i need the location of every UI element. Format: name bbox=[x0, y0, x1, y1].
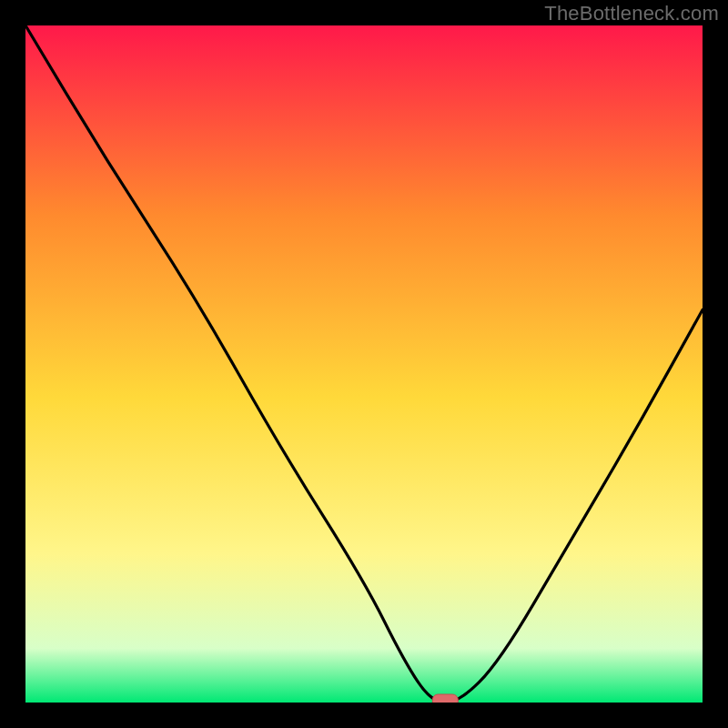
watermark-text: TheBottleneck.com bbox=[544, 2, 719, 25]
bottleneck-chart bbox=[25, 25, 703, 703]
gradient-background bbox=[25, 25, 703, 703]
optimal-point-marker bbox=[432, 694, 458, 703]
chart-frame: TheBottleneck.com bbox=[0, 0, 728, 728]
